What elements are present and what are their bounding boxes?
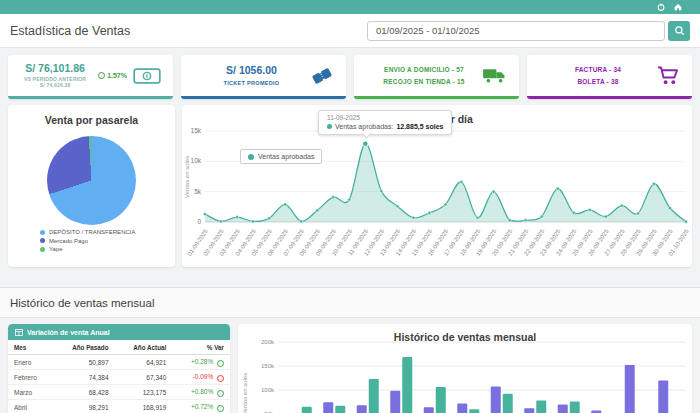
bar-anio-actual [302, 407, 312, 413]
cell-mes: Marzo [8, 385, 53, 400]
data-point [268, 217, 271, 220]
cell-actual: 64,921 [115, 355, 173, 370]
bar-anio-pasado [524, 408, 534, 413]
tooltip-dot [327, 124, 332, 129]
data-point [428, 211, 431, 214]
bar-anio-pasado [625, 365, 635, 413]
card-accent [181, 96, 346, 99]
bar-anio-pasado [558, 404, 568, 413]
data-point [588, 208, 591, 211]
legend-dot [40, 238, 45, 243]
data-point [604, 215, 607, 218]
power-icon[interactable] [657, 3, 665, 11]
previous-period-value: S/ 74,926.38 [40, 82, 71, 89]
pie-chart [47, 136, 136, 225]
pie-chart-title: Venta por pasarela [8, 105, 175, 126]
growth-value: 1.57% [107, 72, 127, 79]
data-point [540, 215, 543, 218]
legend-item[interactable]: Yape [40, 246, 135, 252]
data-point [652, 182, 655, 185]
search-button[interactable] [668, 21, 690, 41]
arrow-up-circle-icon: ↑ [217, 390, 224, 397]
data-point [524, 219, 527, 222]
arrow-down-circle-icon: ↓ [217, 375, 224, 382]
cell-var: -0.09% ↓ [172, 370, 230, 385]
data-point [444, 203, 447, 206]
bar-chart-card: Histórico de ventas mensual 050k100k150k… [238, 324, 692, 413]
data-point [620, 204, 623, 207]
legend-item[interactable]: DEPÓSITO / TRANSFERENCIA [40, 229, 135, 235]
pickup-line: RECOJO EN TIENDA - 15 [383, 76, 464, 88]
legend-item[interactable]: Mercado Pago [40, 238, 135, 244]
data-point [348, 198, 351, 201]
bar-anio-pasado [491, 387, 501, 413]
truck-icon [482, 67, 507, 85]
cart-icon [657, 66, 680, 86]
stat-card-average-ticket: S/ 1056.00 TICKET PROMEDIO [181, 55, 346, 99]
table-row: Enero50,89764,921+0.28% ↑ [8, 355, 230, 370]
table-row: Marzo68,428123,175+0.80% ↑ [8, 385, 230, 400]
tooltip: 11-09-2025 Ventas aprobadas: 12.885,5 so… [318, 110, 452, 135]
ticket-label: TICKET PROMEDIO [224, 80, 280, 87]
arrow-up-circle-icon: ↑ [217, 405, 224, 412]
cell-pasado: 68,428 [53, 385, 115, 400]
data-point [363, 141, 369, 147]
bar-anio-actual [570, 402, 580, 413]
card-accent [8, 96, 173, 99]
table-card: Variación de venta Anual MesAño PasadoAñ… [8, 324, 230, 413]
date-range-input[interactable] [367, 21, 665, 41]
data-point [252, 220, 255, 223]
data-point [636, 212, 639, 215]
cell-actual: 67,340 [115, 370, 173, 385]
bar-anio-pasado [323, 402, 333, 413]
data-point [284, 203, 287, 206]
data-point [508, 219, 511, 222]
boleta-line: BOLETA - 38 [577, 76, 618, 88]
home-icon[interactable] [674, 3, 682, 11]
cell-actual: 168,919 [115, 400, 173, 413]
bar-anio-actual [369, 379, 379, 413]
y-axis-label: Ventas en soles [184, 156, 190, 198]
arrow-up-circle-icon: ↑ [217, 360, 224, 367]
table-column-row: MesAño PasadoAño Actual% Var [8, 340, 230, 355]
pie-chart-card: Venta por pasarela DEPÓSITO / TRANSFEREN… [8, 105, 175, 267]
data-point [556, 187, 559, 190]
daily-chart-card: Ventas por día 05k10k15kVentas en soles0… [182, 105, 692, 267]
data-point [476, 216, 479, 219]
legend-label: Mercado Pago [49, 238, 88, 244]
tooltip-value: 12.885,5 soles [396, 123, 443, 130]
y-tick-label: 100k [261, 387, 275, 393]
total-sales-value: S/ 76,101.86 [25, 62, 85, 76]
factura-line: FACTURA - 34 [575, 64, 621, 76]
y-tick-label: 15k [191, 127, 202, 134]
cell-pasado: 74,384 [53, 370, 115, 385]
series-legend[interactable]: Ventas aprobadas [240, 149, 322, 164]
cell-mes: Abril [8, 400, 53, 413]
data-point [203, 213, 206, 216]
dashboard: Estadística de Ventas S/ 76,101.86 VS PE… [0, 0, 700, 413]
pie-legend: DEPÓSITO / TRANSFERENCIAMercado PagoYape [40, 229, 135, 252]
cell-mes: Enero [8, 355, 53, 370]
y-tick-label: 150k [261, 363, 275, 369]
history-table: MesAño PasadoAño Actual% Var Enero50,897… [8, 340, 230, 413]
monthly-bar-chart: 050k100k150k200kVentas en soles [238, 324, 692, 413]
legend-label: DEPÓSITO / TRANSFERENCIA [49, 229, 135, 235]
data-point [235, 216, 238, 219]
bar-anio-actual [335, 406, 345, 413]
data-point [316, 209, 319, 212]
ticket-value: S/ 1056.00 [226, 64, 277, 78]
table-row: Abril98,291168,919+0.72% ↑ [8, 400, 230, 413]
data-point [668, 206, 671, 209]
money-bill-icon [133, 68, 161, 84]
data-point [412, 216, 415, 219]
table-row: Febrero74,38467,340-0.09% ↓ [8, 370, 230, 385]
cell-var: +0.80% ↑ [172, 385, 230, 400]
bar-anio-actual [402, 357, 412, 413]
data-point [332, 196, 335, 199]
legend-label: Yape [49, 246, 63, 252]
cell-mes: Febrero [8, 370, 53, 385]
table-header: Variación de venta Anual [8, 324, 230, 340]
data-point [684, 220, 687, 223]
legend-dot [40, 230, 45, 235]
column-header: Mes [8, 340, 53, 355]
